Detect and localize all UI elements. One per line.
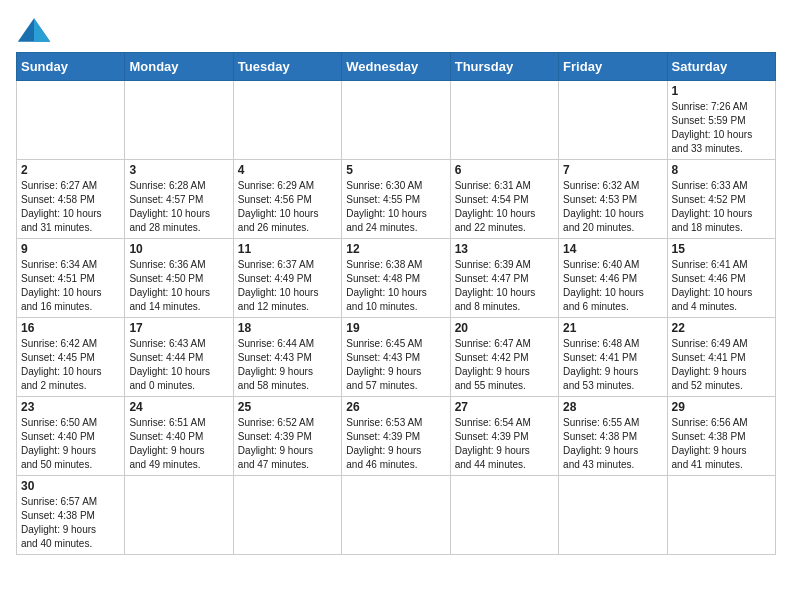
day-cell: 9Sunrise: 6:34 AM Sunset: 4:51 PM Daylig… <box>17 239 125 318</box>
day-cell <box>342 81 450 160</box>
day-info: Sunrise: 6:55 AM Sunset: 4:38 PM Dayligh… <box>563 416 662 472</box>
calendar-table: SundayMondayTuesdayWednesdayThursdayFrid… <box>16 52 776 555</box>
day-cell: 16Sunrise: 6:42 AM Sunset: 4:45 PM Dayli… <box>17 318 125 397</box>
day-cell: 26Sunrise: 6:53 AM Sunset: 4:39 PM Dayli… <box>342 397 450 476</box>
week-row-0: 1Sunrise: 7:26 AM Sunset: 5:59 PM Daylig… <box>17 81 776 160</box>
day-info: Sunrise: 6:56 AM Sunset: 4:38 PM Dayligh… <box>672 416 771 472</box>
day-info: Sunrise: 6:33 AM Sunset: 4:52 PM Dayligh… <box>672 179 771 235</box>
day-number: 9 <box>21 242 120 256</box>
day-cell: 29Sunrise: 6:56 AM Sunset: 4:38 PM Dayli… <box>667 397 775 476</box>
day-cell: 10Sunrise: 6:36 AM Sunset: 4:50 PM Dayli… <box>125 239 233 318</box>
day-info: Sunrise: 7:26 AM Sunset: 5:59 PM Dayligh… <box>672 100 771 156</box>
day-info: Sunrise: 6:30 AM Sunset: 4:55 PM Dayligh… <box>346 179 445 235</box>
day-cell: 21Sunrise: 6:48 AM Sunset: 4:41 PM Dayli… <box>559 318 667 397</box>
day-info: Sunrise: 6:28 AM Sunset: 4:57 PM Dayligh… <box>129 179 228 235</box>
day-cell <box>125 81 233 160</box>
weekday-friday: Friday <box>559 53 667 81</box>
day-cell: 3Sunrise: 6:28 AM Sunset: 4:57 PM Daylig… <box>125 160 233 239</box>
day-cell <box>450 476 558 555</box>
day-cell: 7Sunrise: 6:32 AM Sunset: 4:53 PM Daylig… <box>559 160 667 239</box>
weekday-tuesday: Tuesday <box>233 53 341 81</box>
day-info: Sunrise: 6:36 AM Sunset: 4:50 PM Dayligh… <box>129 258 228 314</box>
day-info: Sunrise: 6:27 AM Sunset: 4:58 PM Dayligh… <box>21 179 120 235</box>
week-row-5: 30Sunrise: 6:57 AM Sunset: 4:38 PM Dayli… <box>17 476 776 555</box>
day-info: Sunrise: 6:40 AM Sunset: 4:46 PM Dayligh… <box>563 258 662 314</box>
day-cell: 25Sunrise: 6:52 AM Sunset: 4:39 PM Dayli… <box>233 397 341 476</box>
week-row-2: 9Sunrise: 6:34 AM Sunset: 4:51 PM Daylig… <box>17 239 776 318</box>
day-number: 5 <box>346 163 445 177</box>
day-cell <box>17 81 125 160</box>
day-cell <box>559 81 667 160</box>
day-number: 21 <box>563 321 662 335</box>
day-cell: 17Sunrise: 6:43 AM Sunset: 4:44 PM Dayli… <box>125 318 233 397</box>
day-info: Sunrise: 6:50 AM Sunset: 4:40 PM Dayligh… <box>21 416 120 472</box>
day-number: 1 <box>672 84 771 98</box>
day-number: 16 <box>21 321 120 335</box>
day-cell <box>342 476 450 555</box>
day-info: Sunrise: 6:44 AM Sunset: 4:43 PM Dayligh… <box>238 337 337 393</box>
day-cell: 22Sunrise: 6:49 AM Sunset: 4:41 PM Dayli… <box>667 318 775 397</box>
day-cell <box>233 476 341 555</box>
day-cell <box>125 476 233 555</box>
day-number: 25 <box>238 400 337 414</box>
day-cell <box>450 81 558 160</box>
weekday-thursday: Thursday <box>450 53 558 81</box>
day-number: 3 <box>129 163 228 177</box>
week-row-4: 23Sunrise: 6:50 AM Sunset: 4:40 PM Dayli… <box>17 397 776 476</box>
day-number: 17 <box>129 321 228 335</box>
day-number: 8 <box>672 163 771 177</box>
weekday-saturday: Saturday <box>667 53 775 81</box>
weekday-monday: Monday <box>125 53 233 81</box>
day-cell <box>667 476 775 555</box>
day-number: 29 <box>672 400 771 414</box>
day-cell: 30Sunrise: 6:57 AM Sunset: 4:38 PM Dayli… <box>17 476 125 555</box>
day-cell: 6Sunrise: 6:31 AM Sunset: 4:54 PM Daylig… <box>450 160 558 239</box>
day-info: Sunrise: 6:39 AM Sunset: 4:47 PM Dayligh… <box>455 258 554 314</box>
day-number: 22 <box>672 321 771 335</box>
week-row-3: 16Sunrise: 6:42 AM Sunset: 4:45 PM Dayli… <box>17 318 776 397</box>
day-number: 27 <box>455 400 554 414</box>
day-number: 23 <box>21 400 120 414</box>
day-info: Sunrise: 6:47 AM Sunset: 4:42 PM Dayligh… <box>455 337 554 393</box>
day-number: 14 <box>563 242 662 256</box>
day-info: Sunrise: 6:49 AM Sunset: 4:41 PM Dayligh… <box>672 337 771 393</box>
day-number: 28 <box>563 400 662 414</box>
day-info: Sunrise: 6:32 AM Sunset: 4:53 PM Dayligh… <box>563 179 662 235</box>
day-cell: 12Sunrise: 6:38 AM Sunset: 4:48 PM Dayli… <box>342 239 450 318</box>
day-info: Sunrise: 6:51 AM Sunset: 4:40 PM Dayligh… <box>129 416 228 472</box>
day-info: Sunrise: 6:53 AM Sunset: 4:39 PM Dayligh… <box>346 416 445 472</box>
day-info: Sunrise: 6:41 AM Sunset: 4:46 PM Dayligh… <box>672 258 771 314</box>
day-cell: 13Sunrise: 6:39 AM Sunset: 4:47 PM Dayli… <box>450 239 558 318</box>
day-info: Sunrise: 6:29 AM Sunset: 4:56 PM Dayligh… <box>238 179 337 235</box>
day-info: Sunrise: 6:48 AM Sunset: 4:41 PM Dayligh… <box>563 337 662 393</box>
svg-marker-1 <box>34 18 50 41</box>
day-cell: 11Sunrise: 6:37 AM Sunset: 4:49 PM Dayli… <box>233 239 341 318</box>
day-cell: 5Sunrise: 6:30 AM Sunset: 4:55 PM Daylig… <box>342 160 450 239</box>
day-info: Sunrise: 6:43 AM Sunset: 4:44 PM Dayligh… <box>129 337 228 393</box>
day-info: Sunrise: 6:31 AM Sunset: 4:54 PM Dayligh… <box>455 179 554 235</box>
day-number: 15 <box>672 242 771 256</box>
day-number: 20 <box>455 321 554 335</box>
day-number: 2 <box>21 163 120 177</box>
day-info: Sunrise: 6:45 AM Sunset: 4:43 PM Dayligh… <box>346 337 445 393</box>
day-number: 13 <box>455 242 554 256</box>
logo <box>16 16 56 44</box>
day-cell: 28Sunrise: 6:55 AM Sunset: 4:38 PM Dayli… <box>559 397 667 476</box>
weekday-header-row: SundayMondayTuesdayWednesdayThursdayFrid… <box>17 53 776 81</box>
day-info: Sunrise: 6:54 AM Sunset: 4:39 PM Dayligh… <box>455 416 554 472</box>
day-cell: 15Sunrise: 6:41 AM Sunset: 4:46 PM Dayli… <box>667 239 775 318</box>
day-cell: 1Sunrise: 7:26 AM Sunset: 5:59 PM Daylig… <box>667 81 775 160</box>
day-cell: 20Sunrise: 6:47 AM Sunset: 4:42 PM Dayli… <box>450 318 558 397</box>
day-number: 12 <box>346 242 445 256</box>
day-info: Sunrise: 6:42 AM Sunset: 4:45 PM Dayligh… <box>21 337 120 393</box>
day-number: 18 <box>238 321 337 335</box>
day-info: Sunrise: 6:52 AM Sunset: 4:39 PM Dayligh… <box>238 416 337 472</box>
page-header <box>16 16 776 44</box>
day-cell: 19Sunrise: 6:45 AM Sunset: 4:43 PM Dayli… <box>342 318 450 397</box>
day-number: 26 <box>346 400 445 414</box>
day-number: 6 <box>455 163 554 177</box>
day-cell: 4Sunrise: 6:29 AM Sunset: 4:56 PM Daylig… <box>233 160 341 239</box>
day-info: Sunrise: 6:37 AM Sunset: 4:49 PM Dayligh… <box>238 258 337 314</box>
day-number: 19 <box>346 321 445 335</box>
day-info: Sunrise: 6:34 AM Sunset: 4:51 PM Dayligh… <box>21 258 120 314</box>
